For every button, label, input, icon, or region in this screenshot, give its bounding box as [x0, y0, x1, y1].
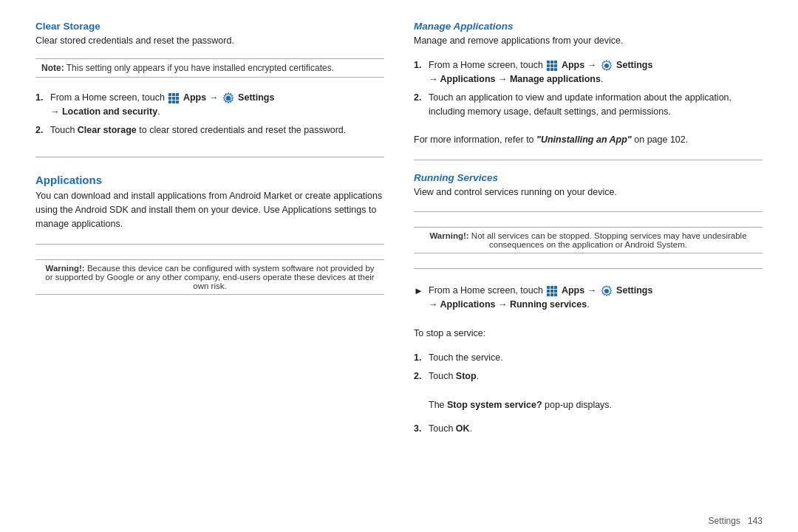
- stop-b-content: Touch Stop.: [429, 369, 479, 383]
- stop-popup: The Stop system service? pop-up displays…: [429, 398, 763, 412]
- manage-applications-steps: 1. From a Home screen, touch Apps →: [414, 58, 763, 123]
- manage-applications-body: Manage and remove applications from your…: [414, 34, 763, 48]
- running-step1-apps: Apps: [562, 285, 584, 296]
- manage-step1-num: 1.: [414, 58, 424, 72]
- stop-a-text: Touch the service.: [429, 351, 503, 365]
- step2-suffix: to clear stored credentials and reset th…: [139, 125, 346, 135]
- manage-step2-num: 2.: [414, 91, 424, 105]
- clear-storage-step1: 1. From a Home screen, touch Apps →: [35, 91, 384, 119]
- stop-c-num: 3.: [414, 422, 424, 436]
- applications-body: You can download and install application…: [35, 189, 384, 232]
- apps-icon-2: [547, 61, 557, 71]
- footer-section: Settings: [709, 516, 740, 526]
- step1-apps: Apps: [183, 92, 206, 103]
- manage-applications-heading: Manage Applications: [414, 21, 763, 32]
- more-info-prefix: For more information, refer to: [414, 134, 536, 145]
- warning-text-left: Because this device can be configured wi…: [45, 264, 374, 290]
- clear-storage-steps: 1. From a Home screen, touch Apps →: [35, 91, 384, 141]
- stop-a-num: 1.: [414, 351, 424, 365]
- more-info-suffix: on page 102.: [632, 134, 688, 145]
- manage-step1-content: From a Home screen, touch Apps →: [429, 58, 652, 86]
- stop-step-a: 1. Touch the service.: [414, 351, 763, 365]
- page-footer: Settings 143: [0, 513, 798, 532]
- manage-step1-suffix: .: [601, 74, 603, 84]
- manage-step1-arrow: →: [587, 60, 599, 70]
- stop-b-num: 2.: [414, 369, 424, 383]
- clear-storage-body: Clear stored credentials and reset the p…: [35, 34, 384, 48]
- divider-5: [414, 268, 763, 269]
- step1-suffix: .: [157, 106, 160, 117]
- step2-prefix: Touch: [50, 125, 75, 135]
- warning-label-right: Warning!:: [429, 231, 468, 240]
- manage-step2: 2. Touch an application to view and upda…: [414, 91, 763, 119]
- clear-storage-step2: 2. Touch Clear storage to clear stored c…: [35, 123, 384, 137]
- bullet-arrow: ►: [414, 284, 424, 299]
- warning-text-right: Not all services can be stopped. Stoppin…: [469, 231, 747, 249]
- warning-label-left: Warning!:: [45, 264, 84, 273]
- step2-num: 2.: [35, 123, 46, 137]
- running-step1-suffix: .: [587, 299, 589, 310]
- clear-storage-section: Clear Storage Clear stored credentials a…: [35, 21, 384, 48]
- applications-section: Applications You can download and instal…: [35, 169, 384, 232]
- manage-applications-section: Manage Applications Manage and remove ap…: [414, 21, 763, 48]
- running-step1-prefix: From a Home screen, touch: [429, 285, 543, 296]
- step1-suffix-bold: → Location and security: [50, 106, 157, 117]
- left-column: Clear Storage Clear stored credentials a…: [35, 21, 384, 498]
- svg-point-2: [604, 64, 609, 68]
- apps-icon-1: [168, 93, 179, 103]
- stop-b-prefix: Touch: [429, 371, 453, 381]
- step2-content: Touch Clear storage to clear stored cred…: [50, 123, 346, 137]
- manage-step1-prefix: From a Home screen, touch: [429, 60, 543, 70]
- stop-service-intro: To stop a service:: [414, 327, 763, 341]
- stop-step-c: 3. Touch OK.: [414, 422, 763, 436]
- divider-4: [414, 211, 763, 212]
- stop-popup-prefix: The: [429, 400, 445, 410]
- step1-settings: Settings: [238, 92, 274, 103]
- right-column: Manage Applications Manage and remove ap…: [414, 21, 763, 498]
- divider-3: [414, 160, 763, 160]
- manage-step1-apps: Apps: [562, 60, 584, 70]
- running-step1-settings: Settings: [616, 285, 652, 296]
- more-info-italic: "Uninstalling an App": [536, 134, 632, 145]
- svg-point-3: [604, 289, 609, 293]
- stop-c-prefix: Touch: [429, 423, 453, 434]
- step1-content: From a Home screen, touch Apps →: [50, 91, 274, 119]
- more-info: For more information, refer to "Uninstal…: [414, 133, 763, 147]
- step1-num: 1.: [35, 91, 46, 105]
- warning-box-right: Warning!: Not all services can be stoppe…: [414, 227, 763, 253]
- manage-step1: 1. From a Home screen, touch Apps →: [414, 58, 763, 86]
- step1-prefix: From a Home screen, touch: [50, 92, 165, 103]
- stop-step-b: 2. Touch Stop.: [414, 369, 763, 383]
- manage-step2-text: Touch an application to view and update …: [429, 91, 763, 119]
- stop-popup-suffix: pop-up displays.: [545, 400, 612, 410]
- running-step1: ► From a Home screen, touch Apps →: [414, 284, 763, 312]
- running-services-steps: ► From a Home screen, touch Apps →: [414, 284, 763, 316]
- stop-popup-bold: Stop system service?: [447, 400, 542, 410]
- clear-storage-heading: Clear Storage: [35, 21, 384, 32]
- note-box: Note: This setting only appears if you h…: [35, 58, 384, 78]
- apps-icon-3: [547, 286, 557, 296]
- divider-2: [35, 244, 384, 245]
- running-step1-content: From a Home screen, touch Apps →: [429, 284, 652, 312]
- stop-c-suffix: .: [470, 423, 472, 434]
- stop-b-bold: Stop: [456, 371, 477, 381]
- running-services-heading: Running Services: [414, 172, 763, 183]
- stop-service-steps: 1. Touch the service. 2. Touch Stop.: [414, 351, 763, 388]
- stop-service-step-c: 3. Touch OK.: [414, 422, 763, 440]
- applications-heading: Applications: [35, 174, 384, 186]
- stop-c-content: Touch OK.: [429, 422, 472, 436]
- settings-icon-3: [601, 285, 613, 297]
- stop-c-bold: OK: [456, 423, 470, 434]
- settings-icon-1: [222, 92, 234, 104]
- step1-arrow1: →: [209, 92, 219, 103]
- step2-bold: Clear storage: [78, 125, 137, 135]
- running-step1-suffix-bold: → Applications → Running services: [429, 299, 587, 310]
- stop-b-suffix: .: [477, 371, 479, 381]
- footer-page: 143: [748, 516, 763, 526]
- warning-box-left: Warning!: Because this device can be con…: [35, 259, 384, 295]
- running-step1-arrow: →: [587, 285, 599, 296]
- divider-1: [35, 157, 384, 157]
- running-services-section: Running Services View and control servic…: [414, 172, 763, 200]
- note-text: This setting only appears if you have in…: [64, 63, 334, 73]
- note-label: Note:: [41, 63, 64, 73]
